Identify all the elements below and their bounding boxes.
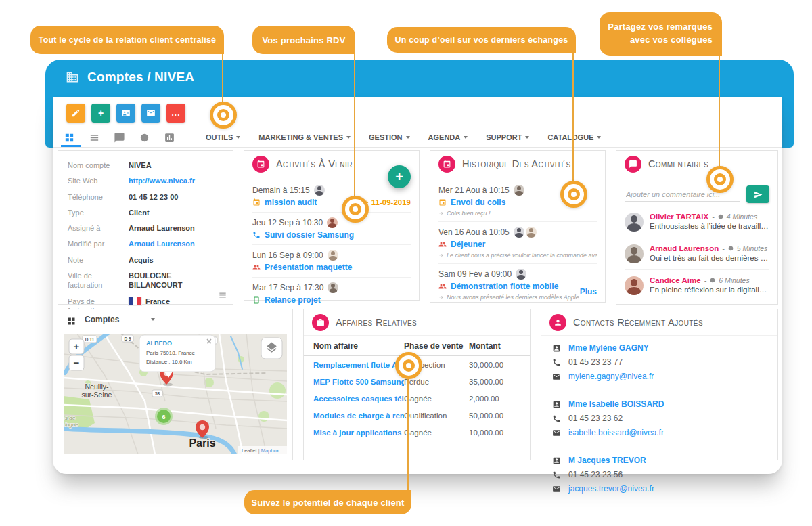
deal-link[interactable]: Remplacement flotte Apple [313, 361, 404, 369]
send-comment-button[interactable] [746, 185, 769, 203]
phone-icon [252, 231, 261, 239]
zoom-in-button[interactable]: + [74, 341, 80, 352]
avatar [514, 185, 524, 196]
comment-text: Enthousiastes à l’idée de travailler ave… [650, 222, 769, 230]
menu-icon [218, 290, 227, 300]
divider [438, 263, 597, 264]
tab-comments[interactable] [112, 131, 126, 144]
deal-link[interactable]: Modules de charge à remplacer [313, 412, 404, 420]
history-link[interactable]: Démonstration flotte mobile [451, 282, 558, 291]
tab-history[interactable] [137, 131, 151, 144]
clock-icon [709, 277, 716, 284]
deal-link[interactable]: Mise à jour applications mobiles [313, 429, 404, 437]
contact-phone: 01 45 23 23 56 [568, 470, 623, 479]
activity-link[interactable]: Suivi dossier Samsung [265, 230, 354, 240]
people-icon [438, 240, 447, 248]
history-link[interactable]: Déjeuner [451, 240, 485, 249]
mail-icon [146, 108, 156, 118]
add-activity-button[interactable]: + [388, 165, 411, 188]
activity-link[interactable]: Relance projet [265, 295, 321, 305]
modified-by-link[interactable]: Arnaud Laurenson [129, 239, 195, 248]
account-row: NoteAcquis [68, 255, 223, 265]
comment-author[interactable]: Candice Aime [650, 276, 701, 284]
comment-author[interactable]: Arnaud Laurenson [650, 244, 719, 253]
upcoming-activities-panel: Activités À Venir + Demain à 15:15 missi… [244, 150, 420, 301]
account-row: TypeClient [68, 208, 223, 217]
tab-stats[interactable] [162, 131, 176, 144]
more-actions-button[interactable]: ... [166, 104, 185, 123]
contact-card-icon [552, 400, 561, 409]
layers-control[interactable] [261, 338, 282, 359]
more-link[interactable]: Plus [580, 287, 597, 297]
zoom-out-button[interactable]: − [74, 357, 80, 368]
deal-link[interactable]: MEP Flotte 500 Samsung [313, 378, 404, 386]
avatar [328, 282, 338, 293]
comment-author[interactable]: Olivier TARTAIX [650, 213, 708, 221]
calendar-badge-icon [252, 156, 269, 173]
toolbar: + ... [66, 104, 185, 123]
edit-button[interactable] [66, 104, 85, 123]
divider [551, 391, 768, 391]
history-link[interactable]: Envoi du colis [451, 198, 505, 207]
people-icon [252, 263, 261, 271]
tab-grid[interactable] [62, 131, 76, 144]
menu-marketing-ventes[interactable]: MARKETING & VENTES [258, 133, 351, 141]
contact-name-link[interactable]: Mme Isabelle BOISSARD [568, 399, 664, 409]
clock-icon [717, 213, 724, 220]
callout-connector [572, 53, 574, 181]
menu-agenda[interactable]: AGENDA [428, 133, 468, 141]
account-row: Nom compteNIVEA [68, 160, 223, 170]
table-row: Mise à jour applications mobiles Gagnée … [304, 424, 530, 441]
attribution-mapbox[interactable]: Mapbox [261, 447, 279, 454]
avatar [328, 250, 338, 261]
website-link[interactable]: http://www.nivea.fr [129, 176, 195, 185]
tab-list[interactable] [87, 131, 101, 144]
person-badge-icon [549, 314, 566, 331]
menu-outils[interactable]: OUTILS [206, 133, 240, 141]
arrow-right-icon [438, 253, 444, 258]
contact-name-link[interactable]: M Jacques TREVOR [568, 456, 646, 465]
callout-marker-activities [342, 196, 369, 223]
menu-gestion[interactable]: GESTION [369, 133, 410, 141]
mail-button[interactable] [141, 104, 160, 123]
comment-time: -4 Minutes [712, 213, 757, 221]
panel-title: Commentaires [648, 158, 708, 169]
deal-link[interactable]: Accessoires casques téléphone [313, 395, 404, 403]
account-menu-button[interactable] [218, 290, 227, 300]
contact-email-link[interactable]: mylene.gagny@nivea.fr [568, 372, 654, 381]
contact-email-link[interactable]: jacques.trevor@nivea.fr [568, 484, 654, 494]
menu-support[interactable]: SUPPORT [486, 133, 529, 141]
chevron-down-icon [151, 318, 155, 321]
activity-link[interactable]: Présentation maquette [265, 263, 352, 272]
map[interactable]: Neuilly- sur-Seine s de logne Paris D 11… [64, 334, 287, 454]
divider [53, 147, 782, 148]
chat-icon [114, 132, 125, 144]
divider [438, 221, 597, 222]
popup-address: Paris 75018, France [146, 350, 196, 356]
related-deals-panel: Affaires Relatives Nom affaire Phase de … [303, 309, 531, 460]
divider [252, 277, 411, 278]
comment-text: En pleine réflexion sur la digitalisatio… [650, 286, 769, 294]
menu-catalogue[interactable]: CATALOGUE [547, 133, 601, 141]
callout-remarques: Partagez vos remarques avec vos collègue… [600, 12, 722, 56]
contact-card-button[interactable] [116, 104, 135, 123]
add-button[interactable]: + [91, 104, 110, 123]
contact-name-link[interactable]: Mme Mylène GAGNY [568, 343, 649, 353]
due-date: 11-09-2019 [363, 198, 411, 206]
chevron-down-icon [406, 136, 410, 139]
avatar [625, 244, 644, 263]
contact-email-link[interactable]: isabelle.boissard@nivea.fr [568, 428, 664, 437]
active-tab-indicator [61, 145, 81, 147]
clock-icon [727, 245, 734, 252]
table-header: Nom affaire Phase de vente Montant [304, 336, 530, 356]
avatar [526, 227, 537, 238]
breadcrumb: Comptes / NIVEA [45, 60, 794, 85]
comment-item: Olivier TARTAIX -4 Minutes Enthousiastes… [616, 209, 777, 236]
briefcase-badge-icon [312, 314, 329, 331]
activity-link[interactable]: mission audit [265, 198, 317, 207]
account-row: Modifié parArnaud Laurenson [68, 239, 223, 248]
contact-card-icon [552, 344, 561, 353]
popup-title[interactable]: ALBEDO [146, 340, 172, 347]
map-entity-select[interactable]: Comptes [83, 313, 159, 328]
attribution-leaflet[interactable]: Leaflet [242, 447, 257, 454]
